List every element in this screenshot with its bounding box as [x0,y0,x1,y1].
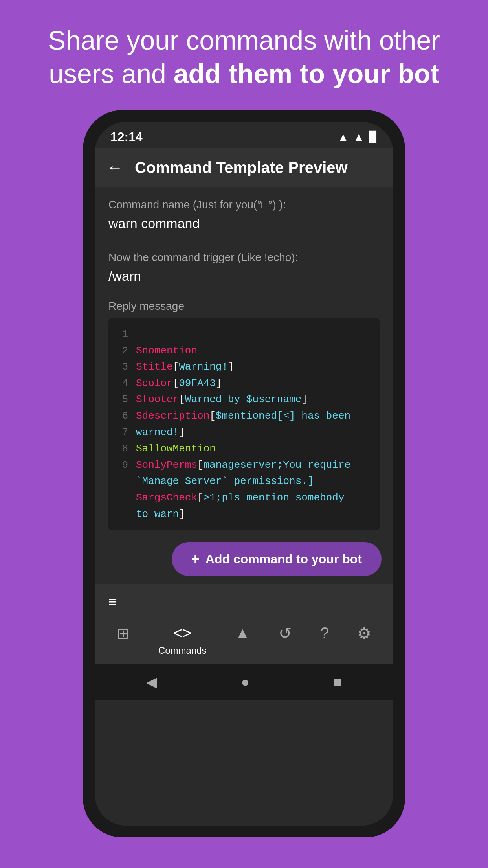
signal-icon: ▲ [353,131,364,143]
code-block: 1 2 $nomention 3 $title[Warning!] [108,318,380,530]
command-trigger-label: Now the command trigger (Like !echo): [108,251,380,264]
add-button-container: + Add command to your bot [95,534,393,584]
system-bar: ◀ ● ■ [95,664,393,700]
line-num-9: 9 [118,457,128,474]
code-line-9b: `Manage Server` permissions.] [118,473,370,490]
line-num-4: 4 [118,375,128,392]
app-title: Command Template Preview [135,159,348,177]
line-num-1: 1 [118,326,128,343]
command-trigger-section: Now the command trigger (Like !echo): /w… [95,239,393,292]
phone-inner: 12:14 ▲ ▲ ▉ ← Command Template Preview C… [95,122,393,826]
line-num-2: 2 [118,343,128,359]
phone-outer: 12:14 ▲ ▲ ▉ ← Command Template Preview C… [83,110,405,837]
header-line2-normal: users and [49,59,174,88]
add-icon: + [191,551,200,567]
line-num-3: 3 [118,359,128,375]
command-name-value: warn command [108,216,380,231]
header-line2-bold: add them to your bot [174,59,439,88]
code-line-argscheck: $argsCheck[>1;pls mention somebody [118,490,370,506]
content-area: Command name (Just for you(°□°) ): warn … [95,187,393,826]
line-num-5: 5 [118,392,128,408]
code-allowmention: $allowMention [136,441,216,457]
back-button[interactable]: ← [106,158,123,177]
commands-icon: <> [173,624,192,642]
app-bar: ← Command Template Preview [95,148,393,187]
phone-container: 12:14 ▲ ▲ ▉ ← Command Template Preview C… [0,110,488,837]
reply-message-label: Reply message [108,300,380,313]
nav-item-settings[interactable]: ⚙ [357,624,371,656]
battery-icon: ▉ [369,131,378,143]
header-section: Share your commands with other users and… [0,0,488,102]
help-icon: ? [320,624,329,642]
header-line1: Share your commands with other [48,25,440,55]
add-button-label: Add command to your bot [205,552,362,566]
hamburger-bar: ≡ [95,588,393,616]
code-line-5: 5 $footer[Warned by $username] [118,392,370,408]
status-time: 12:14 [110,130,143,144]
reply-message-section: Reply message 1 2 $nomention [95,292,393,534]
commands-label: Commands [158,645,207,656]
status-icons: ▲ ▲ ▉ [338,131,378,143]
code-line-4: 4 $color[09FA43] [118,375,370,392]
code-line-9: 9 $onlyPerms[manageserver;You require [118,457,370,474]
status-bar: 12:14 ▲ ▲ ▉ [95,122,393,148]
code-line-3: 3 $title[Warning!] [118,359,370,375]
settings-icon: ⚙ [357,624,371,642]
nav-item-commands[interactable]: <> Commands [158,624,207,656]
code-line-6: 6 $description[$mentioned[<] has been [118,408,370,425]
hamburger-icon[interactable]: ≡ [108,594,117,610]
line-num-8: 8 [118,441,128,457]
back-system-button[interactable]: ◀ [146,674,157,690]
nav-item-roles[interactable]: ▲ [235,624,250,656]
bottom-nav: ⊞ <> Commands ▲ ↺ ? [95,616,393,660]
wifi-icon: ▲ [338,131,349,143]
nav-item-refresh[interactable]: ↺ [279,624,292,656]
code-line-argscheck-b: to warn] [118,506,370,523]
nav-item-dashboard[interactable]: ⊞ [117,624,130,656]
code-line-8: 8 $allowMention [118,441,370,457]
code-line-7: 7 warned!] [118,425,370,441]
refresh-icon: ↺ [279,624,292,642]
add-command-button[interactable]: + Add command to your bot [172,542,382,576]
command-trigger-value: /warn [108,268,380,284]
code-nomention: $nomention [136,343,197,359]
recent-system-button[interactable]: ■ [333,674,342,690]
nav-item-help[interactable]: ? [320,624,329,656]
home-system-button[interactable]: ● [241,674,250,690]
dashboard-icon: ⊞ [117,624,130,642]
line-num-6: 6 [118,408,128,425]
command-name-section: Command name (Just for you(°□°) ): warn … [95,187,393,239]
line-num-7: 7 [118,425,128,441]
code-line-2: 2 $nomention [118,343,370,359]
command-name-label: Command name (Just for you(°□°) ): [108,199,380,211]
code-line-1: 1 [118,326,370,343]
bottom-nav-container: ≡ ⊞ <> Commands ▲ [95,584,393,664]
roles-icon: ▲ [235,624,250,642]
